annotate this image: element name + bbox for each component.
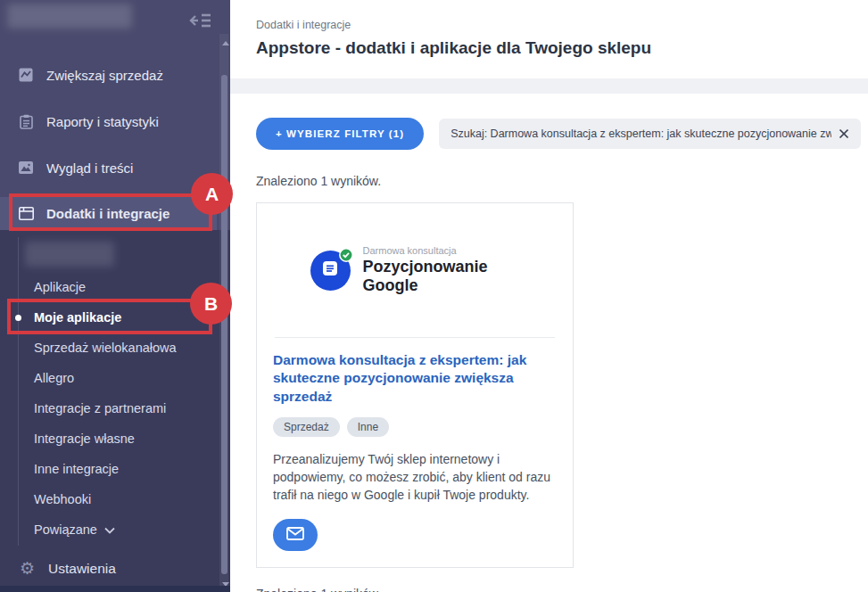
- envelope-icon: [286, 527, 304, 543]
- sidebar: Zwiększaj sprzedaż Raporty i statystyki …: [0, 0, 230, 592]
- submenu-item-allegro[interactable]: Allegro: [34, 368, 74, 388]
- sidebar-bottom-strip: [0, 586, 230, 592]
- collapse-menu-icon: [189, 17, 212, 32]
- submenu-item-integracje-z-partnerami[interactable]: Integracje z partnerami: [34, 399, 166, 418]
- window-icon: [18, 207, 34, 220]
- sidebar-item-label: Zwiększaj sprzedaż: [46, 68, 163, 83]
- content-area: + WYBIERZ FILTRY (1) Szukaj: Darmowa kon…: [230, 94, 868, 592]
- app-logo-text: Darmowa konsultacja Pozycjonowanie Googl…: [363, 245, 520, 294]
- chart-icon: [18, 68, 34, 82]
- app-logo-kicker: Darmowa konsultacja: [363, 245, 520, 256]
- submenu-item-sprzedaz-wielokanalowa[interactable]: Sprzedaż wielokanałowa: [34, 338, 177, 358]
- sidebar-item-raporty[interactable]: Raporty i statystyki: [0, 102, 230, 141]
- submenu-item-moje-aplikacje[interactable]: Moje aplikacje: [34, 308, 121, 327]
- submenu-label: Allegro: [34, 371, 74, 385]
- sidebar-item-ustawienia[interactable]: ⚙ Ustawienia: [20, 560, 116, 577]
- app-logo-area: Darmowa konsultacja Pozycjonowanie Googl…: [257, 203, 573, 337]
- tag-row: Sprzedaż Inne: [273, 417, 557, 437]
- image-icon: [18, 161, 34, 174]
- current-item-bullet: [15, 315, 21, 321]
- verified-check-icon: [339, 248, 353, 262]
- sidebar-item-label: Raporty i statystyki: [46, 114, 159, 129]
- submenu-item-inne-integracje[interactable]: Inne integracje: [34, 459, 119, 479]
- sidebar-item-label: Wygląd i treści: [46, 160, 133, 176]
- annotation-badge-a: A: [191, 173, 233, 215]
- clipboard-icon: [18, 114, 34, 129]
- close-icon[interactable]: [839, 128, 849, 139]
- chevron-down-icon: [104, 522, 115, 537]
- tag-sprzedaz[interactable]: Sprzedaż: [273, 417, 340, 437]
- breadcrumb[interactable]: Dodatki i integracje: [256, 19, 868, 31]
- submenu-label: Webhooki: [34, 492, 91, 506]
- tag-inne[interactable]: Inne: [347, 417, 389, 437]
- sidebar-item-zwiekszaj-sprzedaz[interactable]: Zwiększaj sprzedaż: [0, 55, 230, 95]
- app-logo-circle: [310, 251, 351, 291]
- contact-mail-button[interactable]: [273, 519, 318, 551]
- submenu-label: Moje aplikacje: [34, 310, 121, 325]
- card-body: Darmowa konsultacja z ekspertem: jak sku…: [257, 338, 573, 567]
- submenu-item-powiazane[interactable]: Powiązane: [34, 520, 115, 539]
- submenu-item-aplikacje[interactable]: Aplikacje: [34, 277, 86, 297]
- submenu-indent-line: [18, 237, 19, 546]
- submenu-label: Sprzedaż wielokanałowa: [34, 341, 177, 355]
- app-title-link[interactable]: Darmowa konsultacja z ekspertem: jak sku…: [273, 351, 557, 406]
- choose-filters-button[interactable]: + WYBIERZ FILTRY (1): [256, 118, 424, 150]
- app-card: Darmowa konsultacja Pozycjonowanie Googl…: [256, 202, 574, 568]
- filter-row: + WYBIERZ FILTRY (1) Szukaj: Darmowa kon…: [256, 118, 861, 150]
- submenu-label: Integracje z partnerami: [34, 401, 166, 415]
- app-logo-name: Pozycjonowanie Google: [363, 258, 520, 294]
- header-divider-band: [230, 78, 868, 94]
- scrollbar-up-arrow-icon[interactable]: [222, 41, 229, 45]
- submenu-label: Aplikacje: [34, 280, 86, 294]
- collapse-sidebar-button[interactable]: [189, 12, 212, 29]
- search-filter-text: Szukaj: Darmowa konsultacja z ekspertem:…: [451, 127, 831, 140]
- annotation-badge-b: B: [190, 283, 232, 325]
- submenu-item-webhooki[interactable]: Webhooki: [34, 489, 91, 509]
- page-title: Appstore - dodatki i aplikacje dla Twoje…: [256, 38, 868, 58]
- document-icon: [320, 259, 340, 282]
- gear-icon: ⚙: [20, 560, 35, 577]
- sidebar-item-label: Ustawienia: [48, 561, 116, 577]
- submenu-item-blurred: [25, 242, 114, 267]
- main-content: Dodatki i integracje Appstore - dodatki …: [230, 0, 868, 592]
- sidebar-item-dodatki-i-integracje[interactable]: Dodatki i integracje: [0, 197, 217, 230]
- submenu-item-integracje-wlasne[interactable]: Integracje własne: [34, 429, 135, 448]
- submenu-label: Inne integracje: [34, 462, 119, 476]
- app-description: Przeanalizujemy Twój sklep internetowy i…: [273, 451, 557, 505]
- sidebar-scrollbar-thumb[interactable]: [221, 75, 227, 574]
- results-count-top: Znaleziono 1 wyników.: [256, 174, 861, 188]
- submenu-label: Powiązane: [34, 522, 97, 537]
- active-search-filter-chip: Szukaj: Darmowa konsultacja z ekspertem:…: [439, 119, 861, 149]
- results-count-bottom: Znaleziono 1 wyników.: [256, 587, 861, 592]
- page-header: Dodatki i integracje Appstore - dodatki …: [230, 0, 868, 78]
- sidebar-item-label: Dodatki i integracje: [46, 206, 169, 221]
- store-logo-blurred: [7, 4, 132, 29]
- submenu-label: Integracje własne: [34, 432, 135, 446]
